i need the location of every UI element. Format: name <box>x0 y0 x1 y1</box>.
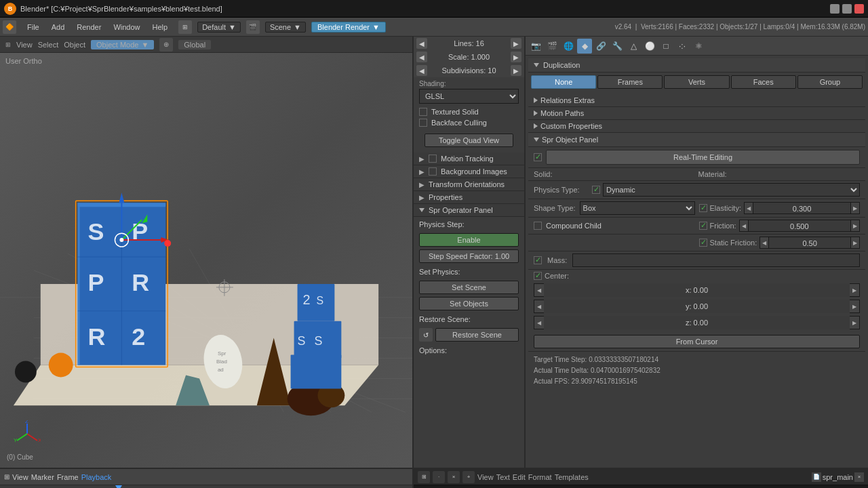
object-mode-selector[interactable]: Object Mode ▼ <box>91 40 154 49</box>
console-menu-format[interactable]: Format <box>528 473 552 481</box>
maximize-button[interactable] <box>842 4 852 14</box>
static-friction-increase[interactable]: ▶ <box>850 237 860 249</box>
console-close-icon[interactable]: × <box>854 472 864 482</box>
console-menu-text[interactable]: Text <box>496 473 510 481</box>
layout-selector[interactable]: Default ▼ <box>197 22 241 33</box>
console-icon-2[interactable]: · <box>433 471 445 483</box>
rp-icon-constraints[interactable]: 🔗 <box>593 39 608 54</box>
global-selector[interactable]: Global <box>178 40 211 49</box>
from-cursor-button[interactable]: From Cursor <box>534 335 860 348</box>
friction-check[interactable] <box>699 222 707 230</box>
cx-decrease[interactable]: ◀ <box>534 284 544 296</box>
console-icon-1[interactable]: ⊞ <box>418 471 430 483</box>
rp-icon-data[interactable]: △ <box>626 39 641 54</box>
realtime-editing-button[interactable]: Real-Time Editing <box>546 150 860 165</box>
motion-tracking-checkbox[interactable] <box>429 155 437 163</box>
console-menu-view[interactable]: View <box>477 473 494 481</box>
subs-increase[interactable]: ▶ <box>511 65 521 76</box>
dup-faces-button[interactable]: Faces <box>731 75 796 89</box>
physics-type-check[interactable] <box>592 186 600 194</box>
blender-icon[interactable]: 🔶 <box>3 20 16 34</box>
close-button[interactable] <box>854 4 864 14</box>
step-speed-button[interactable]: Step Speed Factor: 1.00 <box>419 249 519 263</box>
relations-extras-section[interactable]: Relations Extras <box>528 94 865 107</box>
dup-frames-button[interactable]: Frames <box>597 75 663 89</box>
spr-operator-panel-header[interactable]: Spr Operator Panel <box>414 204 524 217</box>
set-objects-button[interactable]: Set Objects <box>419 297 519 310</box>
lines-decrease[interactable]: ◀ <box>416 38 427 49</box>
cy-increase[interactable]: ▶ <box>850 300 859 312</box>
cz-increase[interactable]: ▶ <box>850 317 859 329</box>
rp-icon-texture[interactable]: □ <box>658 39 673 54</box>
compound-child-checkbox[interactable] <box>534 222 542 230</box>
timeline-playback-label[interactable]: Playback <box>81 473 112 481</box>
enable-button[interactable]: Enable <box>419 233 519 247</box>
scene-selector[interactable]: Scene ▼ <box>265 22 306 33</box>
friction-decrease[interactable]: ◀ <box>739 220 749 232</box>
console-menu-edit[interactable]: Edit <box>513 473 526 481</box>
background-images-checkbox[interactable] <box>429 167 437 176</box>
rp-icon-particles[interactable]: ·:· <box>675 39 690 54</box>
menu-file[interactable]: File <box>22 22 45 33</box>
elasticity-check[interactable] <box>699 204 707 212</box>
textured-solid-checkbox[interactable] <box>419 108 427 116</box>
set-scene-button[interactable]: Set Scene <box>419 281 519 294</box>
physics-type-select[interactable]: Dynamic <box>603 183 860 197</box>
cy-decrease[interactable]: ◀ <box>534 300 544 312</box>
render-engine-selector[interactable]: Blender Render ▼ <box>311 22 386 33</box>
rp-icon-object[interactable]: ◆ <box>577 39 592 54</box>
static-friction-check[interactable] <box>699 239 707 247</box>
timeline-view-label[interactable]: View <box>12 473 28 481</box>
backface-culling-checkbox[interactable] <box>419 119 427 127</box>
scale-increase[interactable]: ▶ <box>511 52 521 62</box>
minimize-button[interactable] <box>830 4 840 14</box>
cx-increase[interactable]: ▶ <box>850 284 859 296</box>
motion-tracking-section[interactable]: ▶ Motion Tracking <box>414 152 524 165</box>
menu-add[interactable]: Add <box>46 22 71 33</box>
custom-properties-section[interactable]: Custom Properties <box>528 120 865 133</box>
elasticity-decrease[interactable]: ◀ <box>744 202 753 214</box>
properties-section[interactable]: ▶ Properties <box>414 191 524 204</box>
toggle-quad-button[interactable]: Toggle Quad View <box>425 134 513 147</box>
viewport[interactable]: ⊞ View Select Object Object Mode ▼ ⊕ Glo… <box>0 37 414 468</box>
mass-input[interactable]: 7.680 <box>572 253 860 267</box>
viewport-canvas[interactable]: User Ortho <box>0 53 412 468</box>
dup-none-button[interactable]: None <box>531 75 596 89</box>
scale-decrease[interactable]: ◀ <box>416 52 427 62</box>
dup-verts-button[interactable]: Verts <box>664 75 729 89</box>
console-icon-3[interactable]: × <box>448 471 460 483</box>
shading-select[interactable]: GLSL <box>419 89 519 104</box>
center-check[interactable] <box>534 272 542 280</box>
timeline-ruler[interactable]: -40 -90 0 40 90 140 180 220 240 260 <box>0 485 412 488</box>
rp-icon-physics[interactable]: ⚛ <box>691 39 706 54</box>
viewport-tool-icon[interactable]: ⊕ <box>159 38 173 52</box>
mass-check[interactable] <box>534 256 542 264</box>
background-images-section[interactable]: ▶ Background Images <box>414 165 524 178</box>
restore-scene-button[interactable]: Restore Scene <box>435 328 519 342</box>
menu-help[interactable]: Help <box>147 22 174 33</box>
realtime-checkbox[interactable] <box>534 153 542 161</box>
menu-window[interactable]: Window <box>108 22 145 33</box>
lines-increase[interactable]: ▶ <box>511 38 521 49</box>
spr-object-panel-header[interactable]: Spr Object Panel <box>528 133 865 147</box>
console-icon-4[interactable]: + <box>462 471 475 483</box>
transform-orientations-section[interactable]: ▶ Transform Orientations <box>414 178 524 191</box>
static-friction-decrease[interactable]: ◀ <box>760 237 769 249</box>
motion-paths-section[interactable]: Motion Paths <box>528 107 865 120</box>
dup-group-button[interactable]: Group <box>797 75 863 89</box>
shape-type-select[interactable]: Box <box>580 201 695 215</box>
rp-icon-scene[interactable]: 🎬 <box>545 39 559 54</box>
rp-icon-modifiers[interactable]: 🔧 <box>610 39 625 54</box>
restore-scene-icon[interactable]: ↺ <box>419 328 433 342</box>
timeline-marker-label[interactable]: Marker <box>31 473 54 481</box>
elasticity-increase[interactable]: ▶ <box>850 202 860 214</box>
subs-decrease[interactable]: ◀ <box>416 65 427 76</box>
rp-icon-world[interactable]: 🌐 <box>561 39 576 54</box>
timeline-frame-label[interactable]: Frame <box>57 473 79 481</box>
rp-icon-render[interactable]: 📷 <box>528 39 543 54</box>
rp-icon-material[interactable]: ⚪ <box>642 39 657 54</box>
cz-decrease[interactable]: ◀ <box>534 317 544 329</box>
console-menu-templates[interactable]: Templates <box>555 473 589 481</box>
duplication-header[interactable]: Duplication <box>528 58 865 73</box>
menu-render[interactable]: Render <box>71 22 106 33</box>
